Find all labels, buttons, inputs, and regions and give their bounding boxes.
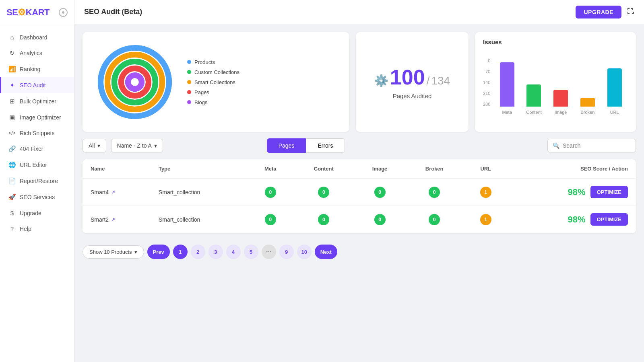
pages-total: 134	[431, 74, 450, 87]
fullscreen-button[interactable]	[626, 7, 634, 17]
cell-url-1: 1	[463, 206, 509, 233]
pages-label: Pages Audited	[393, 93, 432, 99]
sidebar-item-seo-services[interactable]: 🚀 SEO Services	[0, 189, 74, 205]
y-label-70: 70	[483, 69, 490, 74]
bar-label-broken: Broken	[581, 110, 595, 115]
analytics-icon: ↻	[8, 49, 16, 57]
sidebar-item-label: Report/Restore	[20, 178, 58, 184]
target-icon[interactable]	[59, 8, 68, 17]
header: SEO Audit (Beta) UPGRADE	[74, 0, 644, 24]
page-1-button[interactable]: 1	[173, 245, 188, 259]
pagination-row: Show 10 Products ▾ Prev 1 2 3 4 5 ··· 9 …	[83, 240, 636, 261]
badge-content-0: 0	[318, 187, 329, 198]
gear-icon: ⚙️	[374, 74, 388, 87]
legend-pages: Pages	[187, 89, 239, 95]
sidebar-item-label: Image Optimizer	[20, 114, 61, 121]
page-2-button[interactable]: 2	[191, 245, 205, 259]
legend-label-custom: Custom Collections	[194, 69, 239, 75]
page-4-button[interactable]: 4	[226, 245, 241, 259]
y-label-140: 140	[483, 80, 490, 85]
show-products-select[interactable]: Show 10 Products ▾	[83, 245, 144, 259]
sidebar-item-label: Analytics	[20, 50, 42, 56]
prev-button[interactable]: Prev	[147, 245, 170, 259]
sidebar-item-label: SEO Services	[20, 194, 55, 200]
legend-smart-collections: Smart Collections	[187, 79, 239, 85]
optimize-button-0[interactable]: OPTIMIZE	[590, 186, 628, 198]
sidebar-item-label: Upgrade	[20, 210, 41, 216]
bar-container-broken	[574, 54, 601, 107]
cell-broken-1: 0	[406, 206, 463, 233]
col-meta: Meta	[247, 159, 294, 179]
bar-content-fill	[526, 84, 541, 107]
ext-link-1[interactable]: ↗	[111, 217, 115, 222]
legend-dot-blogs	[187, 100, 191, 104]
sidebar-item-image-optimizer[interactable]: ▣ Image Optimizer	[0, 109, 74, 125]
badge-broken-1: 0	[429, 214, 440, 225]
sidebar-item-label: URL Editor	[20, 162, 47, 168]
page-title: SEO Audit (Beta)	[84, 8, 142, 16]
sidebar-item-404-fixer[interactable]: 🔗 404 Fixer	[0, 141, 74, 157]
search-box: 🔍	[547, 139, 636, 152]
sidebar-item-report-restore[interactable]: 📄 Report/Restore	[0, 173, 74, 189]
legend-label-products: Products	[194, 59, 215, 65]
show-products-label: Show 10 Products	[89, 249, 132, 255]
sidebar-item-ranking[interactable]: 📶 Ranking	[0, 61, 74, 77]
image-optimizer-icon: ▣	[8, 114, 16, 121]
sidebar-item-help[interactable]: ? Help	[0, 221, 74, 237]
sidebar-logo: SE⚙KART	[0, 0, 74, 25]
y-label-0: 0	[483, 58, 490, 63]
all-filter-label: All	[89, 142, 95, 149]
cell-content-1: 0	[294, 206, 354, 233]
row-name-0: Smart4	[91, 189, 109, 195]
tab-errors[interactable]: Errors	[306, 138, 345, 153]
cell-broken-0: 0	[406, 179, 463, 206]
sidebar-item-bulk-optimizer[interactable]: ⊞ Bulk Optimizer	[0, 93, 74, 109]
tab-group: Pages Errors	[267, 138, 345, 153]
sidebar-item-upgrade[interactable]: $ Upgrade	[0, 205, 74, 221]
search-input[interactable]	[563, 142, 631, 149]
sidebar-item-url-editor[interactable]: 🌐 URL Editor	[0, 157, 74, 173]
help-icon: ?	[8, 225, 16, 232]
legend-label-pages: Pages	[194, 89, 209, 95]
sidebar-item-rich-snippets[interactable]: </> Rich Snippets	[0, 125, 74, 141]
sidebar-item-seo-audit[interactable]: ✦ SEO Audit	[0, 77, 74, 93]
data-table-card: Name Type Meta Content Image Broken URL …	[83, 159, 636, 233]
sidebar-item-dashboard[interactable]: ⌂ Dashboard	[0, 29, 74, 45]
all-filter[interactable]: All ▾	[83, 139, 106, 152]
cell-score-1: 98% OPTIMIZE	[509, 206, 636, 233]
bar-meta-fill	[500, 62, 514, 107]
bar-url: URL	[601, 54, 628, 115]
next-button[interactable]: Next	[315, 245, 337, 259]
col-url: URL	[463, 159, 509, 179]
bar-container-image	[547, 54, 574, 107]
bar-image: Image	[547, 54, 574, 115]
page-10-button[interactable]: 10	[297, 245, 312, 259]
sort-filter[interactable]: Name - Z to A ▾	[111, 139, 163, 152]
col-content: Content	[294, 159, 354, 179]
tab-pages[interactable]: Pages	[267, 138, 306, 153]
page-9-button[interactable]: 9	[279, 245, 294, 259]
table-body: Smart4 ↗ Smart_collection 0 0 0 0 1	[83, 179, 636, 233]
page-5-button[interactable]: 5	[244, 245, 258, 259]
col-image: Image	[354, 159, 406, 179]
pages-divider: /	[427, 74, 430, 87]
bar-label-url: URL	[610, 110, 619, 115]
table-row: Smart2 ↗ Smart_collection 0 0 0 0 1	[83, 206, 636, 233]
rich-snippets-icon: </>	[8, 130, 16, 136]
bulk-optimizer-icon: ⊞	[8, 98, 16, 105]
bar-container-meta	[493, 54, 520, 107]
badge-image-1: 0	[374, 214, 386, 225]
upgrade-button[interactable]: UPGRADE	[576, 6, 621, 19]
sidebar-item-analytics[interactable]: ↻ Analytics	[0, 45, 74, 61]
badge-url-0: 1	[480, 187, 491, 198]
ranking-icon: 📶	[8, 66, 16, 73]
sidebar-item-label: 404 Fixer	[20, 146, 43, 152]
page-3-button[interactable]: 3	[208, 245, 223, 259]
sidebar-item-label: Rich Snippets	[20, 130, 54, 136]
sidebar-item-label: Help	[20, 226, 31, 232]
optimize-button-1[interactable]: OPTIMIZE	[590, 213, 628, 226]
page-dots: ···	[262, 245, 276, 259]
search-icon: 🔍	[553, 142, 559, 149]
cell-meta-0: 0	[247, 179, 294, 206]
ext-link-0[interactable]: ↗	[111, 189, 115, 195]
